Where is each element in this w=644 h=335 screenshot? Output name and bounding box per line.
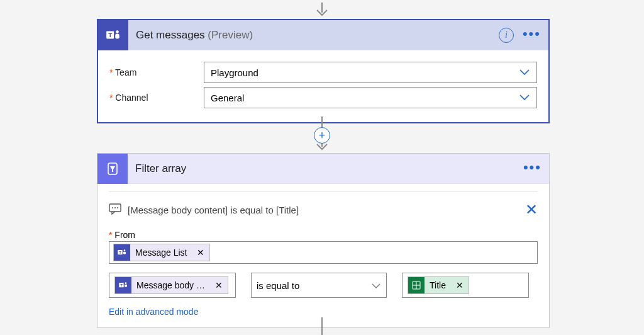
svg-point-14: [124, 249, 126, 251]
close-icon[interactable]: ✕: [525, 201, 538, 219]
token-title[interactable]: Title ✕: [408, 276, 469, 294]
token-remove-icon[interactable]: ✕: [451, 277, 469, 293]
svg-point-10: [114, 207, 116, 208]
action-card-filter-array[interactable]: Filter array ••• [Message body content] …: [97, 153, 550, 328]
svg-text:T: T: [119, 251, 121, 254]
teams-icon: T: [115, 277, 131, 293]
team-value: Playground: [211, 67, 258, 78]
svg-rect-15: [123, 252, 126, 254]
edit-advanced-mode-link[interactable]: Edit in advanced mode: [109, 307, 198, 317]
token-remove-icon[interactable]: ✕: [192, 244, 209, 261]
token-text: Message List: [130, 244, 192, 261]
excel-icon: [408, 277, 425, 293]
team-select[interactable]: Playground: [204, 62, 537, 83]
connector-line-out: [315, 317, 329, 335]
more-menu-icon[interactable]: •••: [523, 161, 541, 177]
card-title: Filter array: [135, 162, 523, 175]
chevron-down-icon: [519, 67, 530, 78]
channel-value: General: [211, 93, 244, 103]
chevron-down-icon: [371, 280, 381, 291]
from-label: * From: [109, 230, 538, 240]
condition-row: T Message body … ✕ is equal to: [109, 273, 538, 298]
info-icon[interactable]: i: [499, 28, 514, 43]
token-message-body[interactable]: T Message body … ✕: [114, 276, 228, 294]
connector-arrow-in: [315, 3, 329, 19]
action-card-get-messages[interactable]: T Get messages (Preview) i ••• * Team Pl…: [97, 19, 550, 123]
svg-rect-4: [115, 33, 119, 38]
svg-point-9: [112, 207, 113, 208]
token-text: Message body …: [131, 277, 210, 293]
more-menu-icon[interactable]: •••: [523, 27, 541, 43]
svg-text:T: T: [108, 31, 112, 38]
teams-icon: T: [98, 20, 128, 50]
card-body: * Team Playground * Channel General: [98, 50, 548, 122]
svg-point-3: [116, 30, 119, 33]
flow-canvas: T Get messages (Preview) i ••• * Team Pl…: [0, 0, 644, 335]
svg-rect-19: [125, 285, 127, 287]
card-header[interactable]: T Get messages (Preview) i •••: [98, 20, 548, 50]
condition-left-input[interactable]: T Message body … ✕: [109, 273, 236, 298]
svg-marker-7: [110, 166, 115, 172]
svg-text:T: T: [120, 283, 123, 287]
svg-point-11: [117, 207, 118, 208]
condition-right-input[interactable]: Title ✕: [402, 273, 529, 298]
from-input[interactable]: T Message List ✕: [109, 241, 538, 264]
card-header[interactable]: Filter array •••: [97, 154, 549, 184]
condition-summary-text: [Message body content] is equal to [Titl…: [128, 205, 299, 215]
channel-select[interactable]: General: [204, 87, 537, 108]
channel-label: * Channel: [109, 93, 204, 103]
token-text: Title: [425, 277, 451, 293]
card-body: [Message body content] is equal to [Titl…: [97, 184, 549, 327]
condition-operator-select[interactable]: is equal to: [251, 273, 387, 298]
operator-value: is equal to: [257, 280, 299, 291]
teams-icon: T: [114, 244, 130, 261]
svg-point-18: [125, 282, 127, 284]
add-step-button[interactable]: +: [314, 127, 330, 144]
condition-summary-icon: [109, 203, 121, 217]
token-remove-icon[interactable]: ✕: [210, 277, 228, 293]
team-label: * Team: [109, 67, 204, 77]
token-message-list[interactable]: T Message List ✕: [113, 244, 210, 261]
filter-icon: [97, 154, 128, 184]
chevron-down-icon: [519, 93, 530, 103]
card-title: Get messages (Preview): [136, 29, 499, 42]
